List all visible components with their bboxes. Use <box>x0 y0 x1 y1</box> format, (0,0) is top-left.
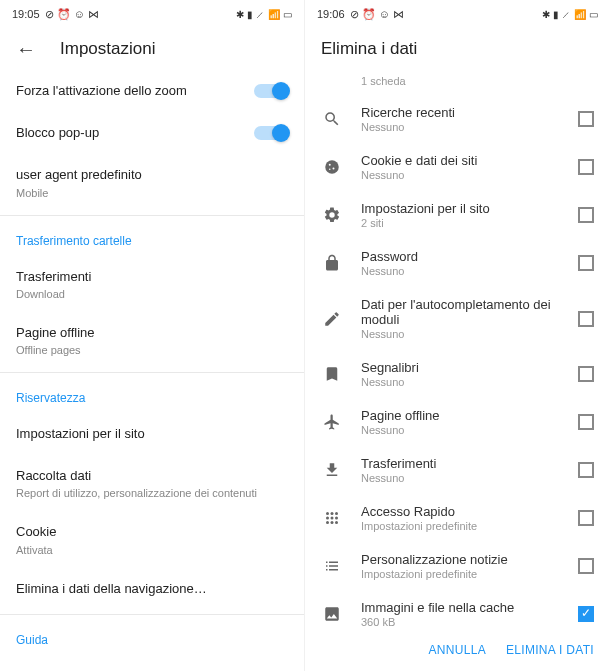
row-cookies[interactable]: Cookie e dati dei sitiNessuno <box>305 143 610 191</box>
status-time: 19:05 <box>12 8 40 20</box>
toggle-popup[interactable] <box>254 126 288 140</box>
divider <box>0 372 304 373</box>
settings-list[interactable]: Forza l'attivazione dello zoom Blocco po… <box>0 70 304 671</box>
checkbox[interactable] <box>578 462 594 478</box>
row-site-settings[interactable]: Impostazioni per il sito <box>0 413 304 455</box>
bookmark-icon <box>321 365 343 383</box>
toggle-zoom[interactable] <box>254 84 288 98</box>
svg-point-8 <box>331 517 334 520</box>
cancel-button[interactable]: ANNULLA <box>429 643 486 657</box>
search-icon <box>321 110 343 128</box>
checkbox[interactable] <box>578 207 594 223</box>
section-transfer: Trasferimento cartelle <box>0 220 304 256</box>
status-time: 19:06 <box>317 8 345 20</box>
airplane-icon <box>321 413 343 431</box>
row-cached-images[interactable]: Immagini e file nella cache360 kB <box>305 590 610 629</box>
clear-data-list[interactable]: 1 scheda Ricerche recentiNessuno Cookie … <box>305 70 610 629</box>
svg-point-10 <box>326 521 329 524</box>
grid-icon <box>321 509 343 527</box>
status-icons-right: ✱ ▮ ⟋ 📶 ▭ <box>542 9 598 20</box>
dialog-actions: ANNULLA ELIMINA I DATI <box>305 629 610 671</box>
row-autofill[interactable]: Dati per l'autocompletamento dei moduliN… <box>305 287 610 350</box>
divider <box>0 614 304 615</box>
row-transfers[interactable]: Trasferimenti Download <box>0 256 304 312</box>
status-icons-left: ⊘ ⏰ ☺ ⋈ <box>45 8 99 21</box>
row-data-collection[interactable]: Raccolta dati Report di utilizzo, person… <box>0 455 304 511</box>
checkbox[interactable] <box>578 111 594 127</box>
row-offline-pages[interactable]: Pagine offline Offline pages <box>0 312 304 368</box>
row-clear-browsing[interactable]: Elimina i dati della navigazione… <box>0 568 304 610</box>
row-popup-block[interactable]: Blocco pop-up <box>0 112 304 154</box>
checkbox[interactable] <box>578 558 594 574</box>
svg-point-1 <box>329 164 331 166</box>
row-downloads[interactable]: TrasferimentiNessuno <box>305 446 610 494</box>
row-site-settings[interactable]: Impostazioni per il sito2 siti <box>305 191 610 239</box>
checkbox[interactable] <box>578 606 594 622</box>
svg-point-3 <box>329 169 331 171</box>
confirm-button[interactable]: ELIMINA I DATI <box>506 643 594 657</box>
checkbox[interactable] <box>578 255 594 271</box>
back-icon[interactable]: ← <box>16 38 36 61</box>
download-icon <box>321 461 343 479</box>
page-title: Elimina i dati <box>321 39 417 59</box>
app-bar: Elimina i dati <box>305 28 610 70</box>
row-cookie[interactable]: Cookie Attivata <box>0 511 304 567</box>
checkbox[interactable] <box>578 159 594 175</box>
cookie-icon <box>321 158 343 176</box>
status-icons-right: ✱ ▮ ⟋ 📶 ▭ <box>236 9 292 20</box>
page-title: Impostazioni <box>60 39 155 59</box>
row-faq[interactable]: Domande frequenti (FAQ) <box>0 655 304 671</box>
row-recent-searches[interactable]: Ricerche recentiNessuno <box>305 95 610 143</box>
divider <box>0 215 304 216</box>
status-icons-left: ⊘ ⏰ ☺ ⋈ <box>350 8 404 21</box>
svg-point-12 <box>335 521 338 524</box>
section-privacy: Riservatezza <box>0 377 304 413</box>
svg-point-5 <box>331 512 334 515</box>
svg-point-6 <box>335 512 338 515</box>
row-user-agent[interactable]: user agent predefinito Mobile <box>0 154 304 210</box>
row-passwords[interactable]: PasswordNessuno <box>305 239 610 287</box>
pencil-icon <box>321 310 343 328</box>
status-bar: 19:06 ⊘ ⏰ ☺ ⋈ ✱ ▮ ⟋ 📶 ▭ <box>305 0 610 28</box>
svg-point-7 <box>326 517 329 520</box>
row-speed-dial[interactable]: Accesso RapidoImpostazioni predefinite <box>305 494 610 542</box>
row-bookmarks[interactable]: SegnalibriNessuno <box>305 350 610 398</box>
checkbox[interactable] <box>578 510 594 526</box>
row-force-zoom[interactable]: Forza l'attivazione dello zoom <box>0 70 304 112</box>
checkbox[interactable] <box>578 366 594 382</box>
checkbox[interactable] <box>578 414 594 430</box>
svg-point-4 <box>326 512 329 515</box>
svg-point-2 <box>333 168 335 170</box>
row-offline-pages[interactable]: Pagine offlineNessuno <box>305 398 610 446</box>
section-help: Guida <box>0 619 304 655</box>
svg-point-11 <box>331 521 334 524</box>
lock-icon <box>321 254 343 272</box>
clear-data-screen: 19:06 ⊘ ⏰ ☺ ⋈ ✱ ▮ ⟋ 📶 ▭ Elimina i dati 1… <box>305 0 610 671</box>
settings-screen: 19:05 ⊘ ⏰ ☺ ⋈ ✱ ▮ ⟋ 📶 ▭ ← Impostazioni F… <box>0 0 305 671</box>
svg-point-0 <box>325 160 339 174</box>
app-bar: ← Impostazioni <box>0 28 304 70</box>
checkbox[interactable] <box>578 311 594 327</box>
row-news-personalization[interactable]: Personalizzazione notizieImpostazioni pr… <box>305 542 610 590</box>
svg-point-9 <box>335 517 338 520</box>
list-icon <box>321 557 343 575</box>
image-icon <box>321 605 343 623</box>
gear-icon <box>321 206 343 224</box>
status-bar: 19:05 ⊘ ⏰ ☺ ⋈ ✱ ▮ ⟋ 📶 ▭ <box>0 0 304 28</box>
partial-row-top: 1 scheda <box>305 70 610 95</box>
